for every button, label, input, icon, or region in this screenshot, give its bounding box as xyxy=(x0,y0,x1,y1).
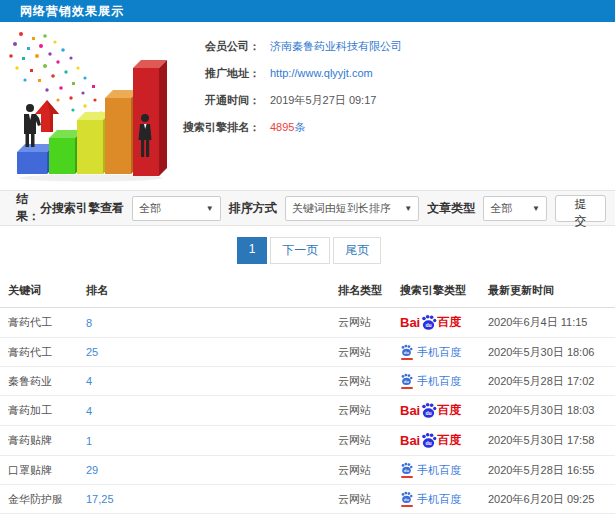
rank-type-cell: 云网站 xyxy=(330,456,392,485)
svg-text:du: du xyxy=(404,350,409,355)
rank-type-cell: 云网站 xyxy=(330,367,392,396)
pagination-button[interactable]: 尾页 xyxy=(333,237,381,264)
svg-text:du: du xyxy=(404,379,409,384)
updated-time-cell: 2020年5月28日 17:02 xyxy=(480,367,615,396)
chevron-down-icon: ▼ xyxy=(206,204,214,213)
info-field-value[interactable]: 4895 xyxy=(270,121,294,133)
rank-type-cell: 云网站 xyxy=(330,396,392,426)
article-type-label: 文章类型 xyxy=(427,200,475,217)
table-row: 福建防护服 10 云网站 du 手机百度 2020年6月4日 11:10 xyxy=(0,514,615,520)
keyword-cell: 福建防护服 xyxy=(0,514,78,520)
svg-text:du: du xyxy=(426,322,432,328)
pagination-button[interactable]: 1 xyxy=(237,237,268,264)
mobile-baidu-paw-icon: du xyxy=(400,373,413,389)
bar-chart-growth-illustration xyxy=(2,28,174,186)
table-row: 膏药加工 4 云网站 Bai du 百度 2020年5月30日 18:03 xyxy=(0,396,615,426)
mobile-baidu-label: 手机百度 xyxy=(417,492,461,507)
info-field-value-wrap: 2019年5月27日 09:17 xyxy=(270,92,376,109)
column-header: 排名类型 xyxy=(330,274,392,308)
engine-type-cell: Bai du 百度 xyxy=(392,396,480,426)
updated-time-cell: 2020年5月30日 18:03 xyxy=(480,396,615,426)
mobile-baidu-logo: du 手机百度 xyxy=(400,344,461,360)
info-field-label: 开通时间： xyxy=(174,92,260,109)
info-field-row: 开通时间： 2019年5月27日 09:17 xyxy=(174,92,402,109)
column-header: 关键词 xyxy=(0,274,78,308)
updated-time-cell: 2020年5月30日 18:06 xyxy=(480,338,615,367)
info-field-value[interactable]: 2019年5月27日 09:17 xyxy=(270,94,376,106)
info-field-value[interactable]: 济南秦鲁药业科技有限公司 xyxy=(270,40,402,52)
table-row: 膏药代工 8 云网站 Bai du 百度 2020年6月4日 11:15 xyxy=(0,308,615,338)
chevron-down-icon: ▼ xyxy=(404,204,412,213)
svg-text:du: du xyxy=(404,468,409,473)
page-title: 网络营销效果展示 xyxy=(20,3,124,20)
rank-type-cell: 云网站 xyxy=(330,485,392,514)
rank-type-cell: 云网站 xyxy=(330,514,392,520)
info-field-value-wrap: 济南秦鲁药业科技有限公司 xyxy=(270,38,402,55)
updated-time-cell: 2020年6月4日 11:10 xyxy=(480,514,615,520)
pagination-button[interactable]: 下一页 xyxy=(270,237,330,264)
info-field-value-wrap: http://www.qlyyjt.com xyxy=(270,65,373,82)
window-titlebar: 网络营销效果展示 xyxy=(0,0,615,22)
submit-button[interactable]: 提交 xyxy=(555,195,606,222)
keyword-cell: 秦鲁药业 xyxy=(0,367,78,396)
table-row: 膏药代工 25 云网站 du 手机百度 2020年5月30日 18:06 xyxy=(0,338,615,367)
mobile-baidu-label: 手机百度 xyxy=(417,345,461,360)
mobile-baidu-paw-icon: du xyxy=(400,462,413,478)
rank-cell[interactable]: 17,25 xyxy=(78,485,330,514)
info-field-label: 推广地址： xyxy=(174,65,260,82)
sort-label: 排序方式 xyxy=(229,200,277,217)
keyword-cell: 膏药代工 xyxy=(0,338,78,367)
keyword-cell: 膏药加工 xyxy=(0,396,78,426)
keyword-cell: 金华防护服 xyxy=(0,485,78,514)
summary-section: 会员公司： 济南秦鲁药业科技有限公司 推广地址： http://www.qlyy… xyxy=(0,22,615,190)
info-field-row: 会员公司： 济南秦鲁药业科技有限公司 xyxy=(174,38,402,55)
baidu-logo: Bai du 百度 xyxy=(400,314,461,331)
mobile-baidu-logo: du 手机百度 xyxy=(400,373,461,389)
engine-view-select[interactable]: 全部 ▼ xyxy=(132,196,221,221)
results-filter-bar: 结果： 分搜索引擎查看 全部 ▼ 排序方式 关键词由短到长排序 ▼ 文章类型 全… xyxy=(0,190,615,226)
updated-time-cell: 2020年6月4日 11:15 xyxy=(480,308,615,338)
keyword-cell: 膏药代工 xyxy=(0,308,78,338)
rank-cell[interactable]: 8 xyxy=(78,308,330,338)
keyword-cell: 膏药贴牌 xyxy=(0,426,78,456)
rank-cell[interactable]: 10 xyxy=(78,514,330,520)
up-arrow-icon xyxy=(35,100,59,132)
info-field-row: 搜索引擎排名： 4895条 xyxy=(174,119,402,136)
rank-cell[interactable]: 29 xyxy=(78,456,330,485)
info-field-label: 会员公司： xyxy=(174,38,260,55)
baidu-paw-icon: du xyxy=(420,314,437,331)
updated-time-cell: 2020年5月30日 17:58 xyxy=(480,426,615,456)
engine-type-cell: du 手机百度 xyxy=(392,456,480,485)
table-row: 金华防护服 17,25 云网站 du 手机百度 2020年6月20日 09:25 xyxy=(0,485,615,514)
rank-cell[interactable]: 4 xyxy=(78,396,330,426)
engine-type-cell: du 手机百度 xyxy=(392,514,480,520)
table-header-row: 关键词排名排名类型搜索引擎类型最新更新时间 xyxy=(0,274,615,308)
confetti-dots xyxy=(9,32,110,122)
info-field-row: 推广地址： http://www.qlyyjt.com xyxy=(174,65,402,82)
rank-cell[interactable]: 25 xyxy=(78,338,330,367)
info-field-label: 搜索引擎排名： xyxy=(174,119,260,136)
column-header: 最新更新时间 xyxy=(480,274,615,308)
mobile-baidu-label: 手机百度 xyxy=(417,374,461,389)
rank-type-cell: 云网站 xyxy=(330,426,392,456)
updated-time-cell: 2020年6月20日 09:25 xyxy=(480,485,615,514)
rank-cell[interactable]: 1 xyxy=(78,426,330,456)
engine-view-label: 分搜索引擎查看 xyxy=(40,200,124,217)
table-row: 秦鲁药业 4 云网站 du 手机百度 2020年5月28日 17:02 xyxy=(0,367,615,396)
svg-text:du: du xyxy=(426,410,432,416)
rank-cell[interactable]: 4 xyxy=(78,367,330,396)
table-row: 膏药贴牌 1 云网站 Bai du 百度 2020年5月30日 17:58 xyxy=(0,426,615,456)
table-row: 口罩贴牌 29 云网站 du 手机百度 2020年5月28日 16:55 xyxy=(0,456,615,485)
svg-text:du: du xyxy=(404,497,409,502)
results-section-label: 结果： xyxy=(16,191,40,225)
mobile-baidu-paw-icon: du xyxy=(400,344,413,360)
rank-type-cell: 云网站 xyxy=(330,308,392,338)
mobile-baidu-label: 手机百度 xyxy=(417,463,461,478)
pagination: 1下一页尾页 xyxy=(0,237,615,264)
sort-select[interactable]: 关键词由短到长排序 ▼ xyxy=(285,196,420,221)
column-header: 排名 xyxy=(78,274,330,308)
info-field-value[interactable]: http://www.qlyyjt.com xyxy=(270,67,373,79)
column-header: 搜索引擎类型 xyxy=(392,274,480,308)
article-type-select[interactable]: 全部 ▼ xyxy=(483,196,547,221)
chevron-down-icon: ▼ xyxy=(532,204,540,213)
